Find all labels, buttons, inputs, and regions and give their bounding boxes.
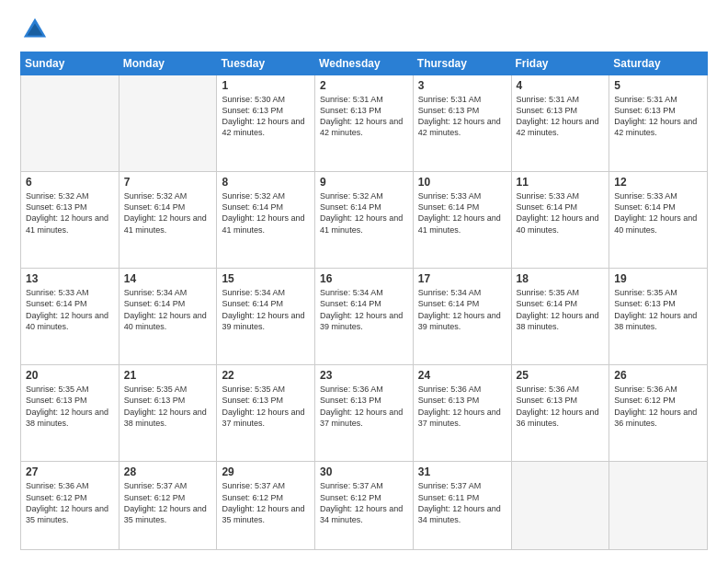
day-info: Sunrise: 5:31 AM Sunset: 6:13 PM Dayligh… <box>320 94 408 139</box>
calendar-header-thursday: Thursday <box>413 52 511 75</box>
day-number: 8 <box>222 176 310 189</box>
day-info: Sunrise: 5:34 AM Sunset: 6:14 PM Dayligh… <box>418 287 506 332</box>
calendar-header-friday: Friday <box>511 52 609 75</box>
header <box>20 17 708 42</box>
calendar-cell: 1Sunrise: 5:30 AM Sunset: 6:13 PM Daylig… <box>217 75 315 172</box>
day-info: Sunrise: 5:33 AM Sunset: 6:14 PM Dayligh… <box>517 190 605 236</box>
calendar-cell: 7Sunrise: 5:32 AM Sunset: 6:14 PM Daylig… <box>119 172 217 269</box>
calendar-header-sunday: Sunday <box>21 52 119 75</box>
calendar-cell: 26Sunrise: 5:36 AM Sunset: 6:12 PM Dayli… <box>609 365 708 462</box>
day-number: 25 <box>517 369 605 382</box>
day-info: Sunrise: 5:36 AM Sunset: 6:13 PM Dayligh… <box>320 384 408 429</box>
day-info: Sunrise: 5:34 AM Sunset: 6:14 PM Dayligh… <box>320 287 408 332</box>
day-info: Sunrise: 5:37 AM Sunset: 6:12 PM Dayligh… <box>320 480 408 525</box>
calendar-header-monday: Monday <box>119 52 217 75</box>
calendar-cell: 30Sunrise: 5:37 AM Sunset: 6:12 PM Dayli… <box>315 462 414 550</box>
day-number: 11 <box>517 176 605 189</box>
logo-icon <box>22 17 48 42</box>
day-number: 14 <box>124 272 212 285</box>
day-info: Sunrise: 5:32 AM Sunset: 6:14 PM Dayligh… <box>124 190 212 236</box>
day-number: 10 <box>418 176 506 189</box>
day-info: Sunrise: 5:35 AM Sunset: 6:13 PM Dayligh… <box>26 384 114 429</box>
calendar-cell: 24Sunrise: 5:36 AM Sunset: 6:13 PM Dayli… <box>413 365 511 462</box>
day-number: 30 <box>320 465 408 478</box>
calendar-cell: 28Sunrise: 5:37 AM Sunset: 6:12 PM Dayli… <box>119 462 217 550</box>
day-number: 28 <box>124 465 212 478</box>
calendar-cell: 6Sunrise: 5:32 AM Sunset: 6:13 PM Daylig… <box>21 172 119 269</box>
day-info: Sunrise: 5:34 AM Sunset: 6:14 PM Dayligh… <box>124 287 212 332</box>
day-info: Sunrise: 5:36 AM Sunset: 6:13 PM Dayligh… <box>418 384 506 429</box>
day-number: 20 <box>26 369 114 382</box>
calendar-cell: 3Sunrise: 5:31 AM Sunset: 6:13 PM Daylig… <box>413 75 511 172</box>
day-number: 26 <box>614 369 702 382</box>
day-number: 29 <box>222 465 310 478</box>
day-info: Sunrise: 5:31 AM Sunset: 6:13 PM Dayligh… <box>614 94 702 139</box>
calendar-cell: 18Sunrise: 5:35 AM Sunset: 6:14 PM Dayli… <box>511 269 609 365</box>
day-number: 3 <box>418 79 506 92</box>
calendar-cell: 27Sunrise: 5:36 AM Sunset: 6:12 PM Dayli… <box>21 462 119 550</box>
day-number: 27 <box>26 465 114 478</box>
day-info: Sunrise: 5:37 AM Sunset: 6:12 PM Dayligh… <box>124 480 212 525</box>
day-number: 5 <box>614 79 702 92</box>
day-info: Sunrise: 5:36 AM Sunset: 6:12 PM Dayligh… <box>614 384 702 429</box>
calendar-cell: 16Sunrise: 5:34 AM Sunset: 6:14 PM Dayli… <box>315 269 414 365</box>
calendar-cell: 9Sunrise: 5:32 AM Sunset: 6:14 PM Daylig… <box>315 172 414 269</box>
day-number: 2 <box>320 79 408 92</box>
calendar-week-3: 13Sunrise: 5:33 AM Sunset: 6:14 PM Dayli… <box>21 269 708 365</box>
calendar-header-tuesday: Tuesday <box>217 52 315 75</box>
calendar-header-saturday: Saturday <box>609 52 708 75</box>
day-info: Sunrise: 5:31 AM Sunset: 6:13 PM Dayligh… <box>418 94 506 139</box>
day-info: Sunrise: 5:35 AM Sunset: 6:13 PM Dayligh… <box>124 384 212 429</box>
day-number: 16 <box>320 272 408 285</box>
calendar-cell <box>511 462 609 550</box>
day-number: 19 <box>614 272 702 285</box>
day-info: Sunrise: 5:35 AM Sunset: 6:13 PM Dayligh… <box>614 287 702 332</box>
day-info: Sunrise: 5:32 AM Sunset: 6:14 PM Dayligh… <box>222 190 310 236</box>
calendar-cell: 13Sunrise: 5:33 AM Sunset: 6:14 PM Dayli… <box>21 269 119 365</box>
day-number: 1 <box>222 79 310 92</box>
calendar-header-wednesday: Wednesday <box>315 52 414 75</box>
day-info: Sunrise: 5:34 AM Sunset: 6:14 PM Dayligh… <box>222 287 310 332</box>
calendar-cell: 31Sunrise: 5:37 AM Sunset: 6:11 PM Dayli… <box>413 462 511 550</box>
calendar-cell: 14Sunrise: 5:34 AM Sunset: 6:14 PM Dayli… <box>119 269 217 365</box>
day-info: Sunrise: 5:33 AM Sunset: 6:14 PM Dayligh… <box>26 287 114 332</box>
day-info: Sunrise: 5:36 AM Sunset: 6:12 PM Dayligh… <box>26 480 114 525</box>
calendar-cell: 15Sunrise: 5:34 AM Sunset: 6:14 PM Dayli… <box>217 269 315 365</box>
day-number: 9 <box>320 176 408 189</box>
calendar-cell: 21Sunrise: 5:35 AM Sunset: 6:13 PM Dayli… <box>119 365 217 462</box>
day-number: 6 <box>26 176 114 189</box>
day-number: 7 <box>124 176 212 189</box>
calendar-week-5: 27Sunrise: 5:36 AM Sunset: 6:12 PM Dayli… <box>21 462 708 550</box>
day-number: 24 <box>418 369 506 382</box>
day-info: Sunrise: 5:36 AM Sunset: 6:13 PM Dayligh… <box>517 384 605 429</box>
calendar-cell: 5Sunrise: 5:31 AM Sunset: 6:13 PM Daylig… <box>609 75 708 172</box>
calendar-header-row: SundayMondayTuesdayWednesdayThursdayFrid… <box>21 52 708 75</box>
day-number: 12 <box>614 176 702 189</box>
logo <box>20 17 51 42</box>
calendar-table: SundayMondayTuesdayWednesdayThursdayFrid… <box>20 52 708 550</box>
day-number: 13 <box>26 272 114 285</box>
day-info: Sunrise: 5:35 AM Sunset: 6:14 PM Dayligh… <box>517 287 605 332</box>
day-number: 31 <box>418 465 506 478</box>
day-number: 21 <box>124 369 212 382</box>
calendar-cell <box>119 75 217 172</box>
day-info: Sunrise: 5:33 AM Sunset: 6:14 PM Dayligh… <box>418 190 506 236</box>
calendar-cell: 29Sunrise: 5:37 AM Sunset: 6:12 PM Dayli… <box>217 462 315 550</box>
day-number: 17 <box>418 272 506 285</box>
calendar-cell <box>21 75 119 172</box>
day-info: Sunrise: 5:37 AM Sunset: 6:11 PM Dayligh… <box>418 480 506 525</box>
calendar-cell <box>609 462 708 550</box>
calendar-cell: 10Sunrise: 5:33 AM Sunset: 6:14 PM Dayli… <box>413 172 511 269</box>
calendar-week-2: 6Sunrise: 5:32 AM Sunset: 6:13 PM Daylig… <box>21 172 708 269</box>
calendar-cell: 2Sunrise: 5:31 AM Sunset: 6:13 PM Daylig… <box>315 75 414 172</box>
calendar-week-1: 1Sunrise: 5:30 AM Sunset: 6:13 PM Daylig… <box>21 75 708 172</box>
day-number: 23 <box>320 369 408 382</box>
day-info: Sunrise: 5:37 AM Sunset: 6:12 PM Dayligh… <box>222 480 310 525</box>
calendar-cell: 8Sunrise: 5:32 AM Sunset: 6:14 PM Daylig… <box>217 172 315 269</box>
page: SundayMondayTuesdayWednesdayThursdayFrid… <box>0 0 728 563</box>
day-number: 4 <box>517 79 605 92</box>
calendar-cell: 20Sunrise: 5:35 AM Sunset: 6:13 PM Dayli… <box>21 365 119 462</box>
day-info: Sunrise: 5:32 AM Sunset: 6:13 PM Dayligh… <box>26 190 114 236</box>
calendar-cell: 19Sunrise: 5:35 AM Sunset: 6:13 PM Dayli… <box>609 269 708 365</box>
day-info: Sunrise: 5:32 AM Sunset: 6:14 PM Dayligh… <box>320 190 408 236</box>
